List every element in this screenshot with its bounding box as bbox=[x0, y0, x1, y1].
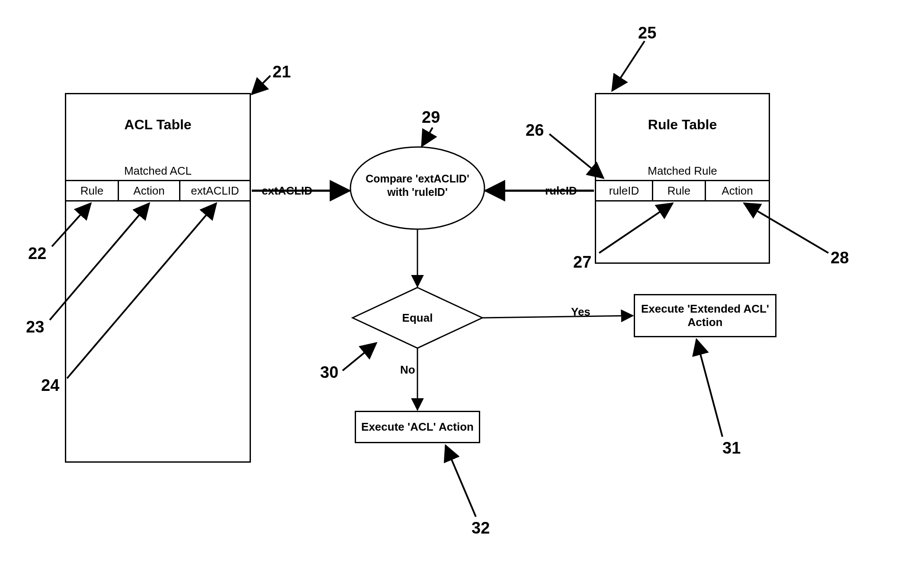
arrow-21 bbox=[252, 76, 270, 94]
arrow-26 bbox=[549, 134, 603, 178]
compare-ellipse bbox=[350, 147, 484, 229]
arrow-31 bbox=[696, 339, 722, 437]
diagram-svg bbox=[0, 0, 924, 582]
arrow-23 bbox=[50, 203, 149, 320]
arrow-27 bbox=[599, 203, 673, 253]
diagram-canvas: { "acl_table": { "title": "ACL Table", "… bbox=[0, 0, 924, 582]
arrow-25 bbox=[612, 41, 645, 91]
arrow-24 bbox=[67, 203, 216, 378]
arrow-30 bbox=[343, 343, 376, 371]
arrow-29 bbox=[422, 128, 433, 146]
arrow-28 bbox=[744, 203, 828, 253]
decision-diamond bbox=[353, 288, 482, 348]
arrow-yes bbox=[482, 316, 633, 318]
arrow-22 bbox=[52, 203, 91, 246]
arrow-32 bbox=[446, 445, 476, 517]
